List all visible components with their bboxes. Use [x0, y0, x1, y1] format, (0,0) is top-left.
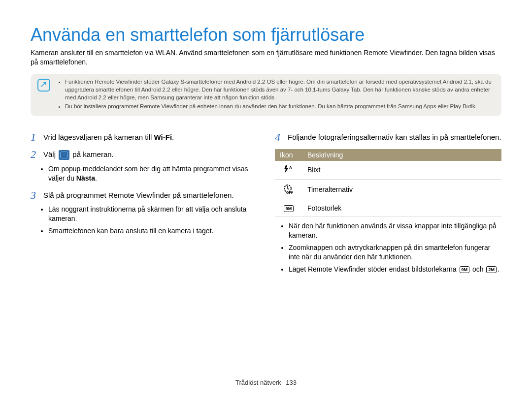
note-list: Funktionen Remote Viewfinder stöder Gala… [57, 78, 495, 111]
step-number: 4 [275, 130, 284, 145]
step1-text: Vrid lägesväljaren på kameran till [43, 133, 154, 141]
step-number: 3 [31, 188, 39, 203]
table-row: OFF Timeralternativ [275, 179, 501, 200]
options-table: Ikon Beskrivning A Blixt OFF [275, 149, 501, 216]
left-column: 1 Vrid lägesväljaren på kameran till Wi-… [31, 130, 257, 279]
page-title: Använda en smarttelefon som fjärrutlösar… [31, 25, 501, 45]
step-2: 2 Välj på kameran. [31, 147, 257, 162]
step4-sublist: När den här funktionen används är vissa … [275, 221, 501, 274]
step-number: 1 [31, 130, 39, 145]
step2-post: på kameran. [70, 150, 114, 158]
step1-post: . [172, 133, 174, 141]
table-row: A Blixt [275, 161, 501, 180]
step-1: 1 Vrid lägesväljaren på kameran till Wi-… [31, 130, 257, 145]
svg-text:A: A [289, 165, 292, 170]
step4-text: Följande fotograferingsalternativ kan st… [288, 130, 501, 145]
step2-sublist: Om popup-meddelandet som ber dig att häm… [31, 164, 257, 183]
step3-sublist: Läs noggrant instruktionerna på skärmen … [31, 205, 257, 236]
table-row: 9M Fotostorlek [275, 200, 501, 216]
note-icon [37, 79, 50, 92]
note-item: Funktionen Remote Viewfinder stöder Gala… [65, 78, 495, 101]
wifi-icon: Wi-Fi [154, 133, 172, 141]
step2-pre: Välj [43, 150, 58, 158]
table-cell: Blixt [302, 161, 501, 180]
list-item: Läs noggrant instruktionerna på skärmen … [48, 205, 257, 223]
table-header-icon: Ikon [275, 149, 302, 161]
table-header-desc: Beskrivning [302, 149, 501, 161]
list-item: Om popup-meddelandet som ber dig att häm… [48, 164, 257, 183]
table-cell: Timeralternativ [302, 179, 501, 200]
list-item: När den här funktionen används är vissa … [289, 221, 501, 240]
timer-off-icon: OFF [283, 184, 295, 196]
right-column: 4 Följande fotograferingsalternativ kan … [275, 130, 501, 279]
photosize-icon: 9M [284, 205, 294, 212]
size-2m-icon: 2M [486, 266, 497, 273]
step-number: 2 [31, 147, 39, 162]
step-4: 4 Följande fotograferingsalternativ kan … [275, 130, 501, 145]
svg-text:OFF: OFF [286, 191, 294, 194]
flash-auto-icon: A [283, 165, 295, 175]
camera-mode-icon [59, 150, 69, 160]
note-box: Funktionen Remote Viewfinder stöder Gala… [31, 74, 501, 116]
step3-text: Slå på programmet Remote Viewfinder på s… [43, 188, 234, 203]
page-number: 133 [286, 379, 297, 386]
page-footer: Trådlöst nätverk 133 [0, 379, 532, 386]
note-item: Du bör installera programmet Remote View… [65, 102, 495, 110]
footer-section: Trådlöst nätverk [235, 379, 281, 386]
table-cell: Fotostorlek [302, 200, 501, 216]
size-9m-icon: 9M [460, 266, 470, 273]
list-item: Zoomknappen och avtryckarknappen på din … [289, 243, 501, 262]
intro-text: Kameran ansluter till en smarttelefon vi… [31, 48, 501, 67]
list-item: Läget Remote Viewfinder stöder endast bi… [289, 265, 501, 274]
list-item: Smarttelefonen kan bara ansluta till en … [48, 226, 257, 236]
step-3: 3 Slå på programmet Remote Viewfinder på… [31, 188, 257, 203]
